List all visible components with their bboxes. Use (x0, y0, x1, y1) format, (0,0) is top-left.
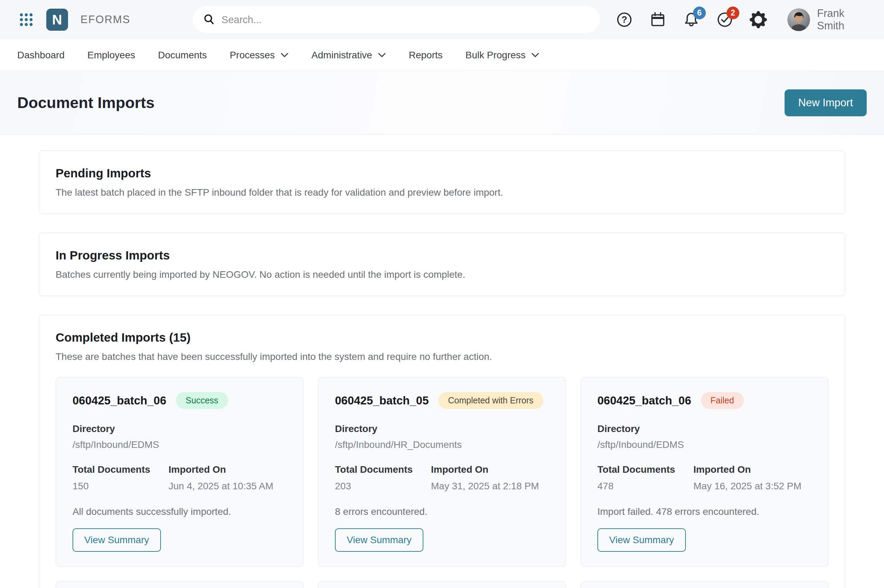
import-card: 060425_batch_06 Success Directory /sftp/… (56, 377, 304, 567)
total-documents-label: Total Documents (335, 464, 431, 475)
import-card-partial (318, 581, 566, 588)
imported-on-label: Imported On (168, 464, 274, 475)
total-documents-value: 150 (72, 481, 168, 492)
chevron-down-icon (280, 52, 289, 58)
status-badge-failed: Failed (701, 392, 744, 409)
status-badge-completed-with-errors: Completed with Errors (439, 392, 543, 409)
directory-label: Directory (597, 423, 812, 435)
import-result-message: All documents successfully imported. (72, 506, 287, 517)
nav-item-administrative[interactable]: Administrative (311, 50, 386, 61)
nav-item-dashboard[interactable]: Dashboard (17, 50, 65, 61)
import-batch-name: 060425_batch_06 (597, 394, 691, 407)
neogov-logo[interactable]: N (46, 9, 68, 31)
nav-item-reports[interactable]: Reports (409, 50, 443, 61)
status-badge-success: Success (176, 392, 228, 409)
view-summary-button[interactable]: View Summary (72, 528, 161, 552)
import-card: 060425_batch_05 Completed with Errors Di… (318, 377, 566, 567)
nav-item-processes[interactable]: Processes (230, 50, 289, 61)
pending-imports-title: Pending Imports (56, 166, 828, 180)
directory-value: /sftp/Inbound/EDMS (597, 439, 812, 450)
pending-imports-description: The latest batch placed in the SFTP inbo… (56, 187, 828, 198)
imported-on-label: Imported On (693, 464, 801, 475)
total-documents-value: 203 (335, 481, 431, 492)
in-progress-imports-card: In Progress Imports Batches currently be… (39, 232, 845, 296)
pending-imports-card: Pending Imports The latest batch placed … (39, 150, 845, 214)
app-bar: N EFORMS ? 6 (0, 0, 884, 39)
completed-imports-grid: 060425_batch_06 Success Directory /sftp/… (56, 377, 828, 588)
imported-on-value: May 31, 2025 at 2:18 PM (431, 481, 539, 492)
total-documents-value: 478 (597, 481, 693, 492)
chevron-down-icon (378, 52, 386, 58)
svg-text:?: ? (622, 15, 627, 25)
import-result-message: Import failed. 478 errors encountered. (597, 506, 812, 517)
import-card-partial (580, 581, 828, 588)
calendar-button[interactable] (649, 11, 667, 28)
help-button[interactable]: ? (616, 11, 633, 28)
imported-on-label: Imported On (431, 464, 539, 475)
main-nav: Dashboard Employees Documents Processes … (0, 39, 884, 71)
user-avatar[interactable] (787, 8, 810, 31)
directory-label: Directory (72, 423, 287, 435)
search-icon (203, 14, 215, 26)
total-documents-label: Total Documents (597, 464, 693, 475)
page-title: Document Imports (17, 94, 155, 112)
help-icon: ? (616, 11, 633, 28)
app-bar-actions: ? 6 2 (600, 7, 873, 32)
gear-icon (750, 11, 767, 28)
nav-item-bulk-progress[interactable]: Bulk Progress (466, 50, 540, 61)
import-card: 060425_batch_06 Failed Directory /sftp/I… (580, 377, 828, 567)
nav-item-employees[interactable]: Employees (87, 50, 135, 61)
total-documents-label: Total Documents (72, 464, 168, 475)
import-card-partial (56, 581, 304, 588)
avatar-photo (787, 8, 810, 31)
chevron-down-icon (531, 52, 540, 58)
user-name[interactable]: Frank Smith (817, 7, 873, 32)
tasks-count-badge: 2 (726, 6, 739, 20)
view-summary-button[interactable]: View Summary (335, 528, 423, 552)
import-result-message: 8 errors encountered. (335, 506, 549, 517)
completed-imports-description: These are batches that have been success… (56, 351, 828, 363)
in-progress-imports-description: Batches currently being imported by NEOG… (56, 269, 828, 280)
grid-dots-icon (19, 12, 33, 27)
notifications-button[interactable]: 6 (683, 11, 700, 28)
tasks-button[interactable]: 2 (716, 11, 734, 28)
completed-imports-card: Completed Imports (15) These are batches… (39, 315, 845, 588)
directory-value: /sftp/Inbound/EDMS (72, 439, 287, 450)
imported-on-value: May 16, 2025 at 3:52 PM (693, 481, 801, 492)
brand-name: EFORMS (80, 14, 131, 26)
directory-value: /sftp/Inbound/HR_Documents (335, 439, 549, 450)
in-progress-imports-title: In Progress Imports (56, 248, 828, 262)
imported-on-value: Jun 4, 2025 at 10:35 AM (168, 481, 274, 492)
search-input[interactable] (222, 14, 589, 26)
calendar-icon (649, 11, 666, 28)
app-grid-icon[interactable] (19, 12, 34, 27)
settings-button[interactable] (750, 11, 767, 28)
new-import-button[interactable]: New Import (785, 89, 867, 116)
directory-label: Directory (335, 423, 549, 435)
page-header: Document Imports New Import (0, 71, 884, 135)
view-summary-button[interactable]: View Summary (597, 528, 686, 552)
import-batch-name: 060425_batch_06 (72, 394, 167, 407)
completed-imports-title: Completed Imports (15) (56, 330, 828, 345)
search-bar[interactable] (193, 6, 600, 33)
nav-item-documents[interactable]: Documents (158, 50, 207, 61)
page-content: Pending Imports The latest batch placed … (0, 135, 884, 588)
notifications-count-badge: 6 (693, 6, 706, 20)
import-batch-name: 060425_batch_05 (335, 394, 429, 407)
